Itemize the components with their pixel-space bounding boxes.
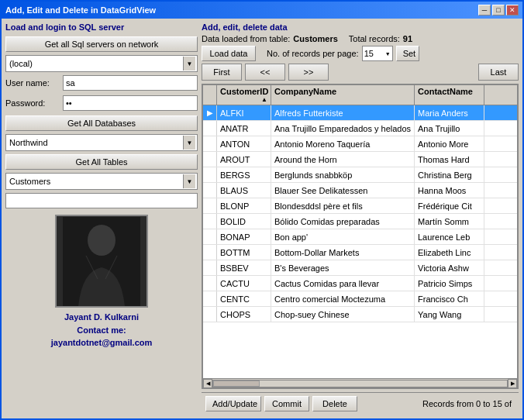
cell-companyname: Antonio Moreno Taquería [271, 136, 415, 151]
row-indicator [203, 152, 217, 167]
table-row[interactable]: BSBEVB's BeveragesVictoria Ashw [203, 260, 517, 276]
scrollbar-track[interactable] [212, 380, 508, 387]
table-combo[interactable]: Customers ▼ [5, 173, 198, 190]
right-panel: Add, edit, delete data Data loaded from … [202, 22, 519, 415]
row-indicator [203, 167, 217, 182]
cell-companyname: Ana Trujillo Emparedados y helados [271, 121, 415, 136]
row-indicator [203, 276, 217, 291]
cell-contactname: Victoria Ashw [415, 260, 484, 275]
password-row: Password: [5, 95, 198, 111]
get-all-databases-button[interactable]: Get All Databases [5, 115, 198, 131]
row-indicator [203, 198, 217, 213]
minimize-button[interactable]: ─ [478, 5, 491, 15]
maximize-button[interactable]: □ [492, 5, 505, 15]
title-buttons: ─ □ ✕ [478, 5, 519, 15]
records-per-page-combo[interactable]: 15 ▼ [362, 46, 393, 61]
table-combo-value: Customers [8, 177, 183, 186]
cell-customerid: BLAUS [217, 183, 271, 198]
cell-customerid: AROUT [217, 152, 271, 167]
close-button[interactable]: ✕ [506, 5, 519, 15]
main-window: Add, Edit and Delete in DataGridView ─ □… [0, 0, 524, 420]
scroll-right-button[interactable]: ▶ [508, 379, 517, 388]
col-header-contactname[interactable]: ContactName [415, 85, 484, 105]
cell-contactname: Hanna Moos [415, 183, 484, 198]
table-row[interactable]: BLAUSBlauer See DelikatessenHanna Moos [203, 183, 517, 198]
profile-silhouette-svg [63, 217, 140, 306]
table-row[interactable]: BLONPBlondesddsl père et filsFrédérique … [203, 198, 517, 214]
cell-companyname: Berglunds snabbköp [271, 167, 415, 182]
cell-companyname: Bólido Comidas preparadas [271, 214, 415, 229]
table-row[interactable]: CENTCCentro comercial MoctezumaFrancisco… [203, 291, 517, 307]
add-update-button[interactable]: Add/Update [205, 396, 261, 411]
data-info-row: Data loaded from table: Customers Total … [202, 34, 519, 43]
next-button[interactable]: >> [288, 64, 329, 81]
delete-button[interactable]: Delete [312, 396, 357, 411]
controls-row: Load data No. of records per page: 15 ▼ … [202, 46, 519, 61]
cell-customerid: BONAP [217, 229, 271, 244]
header-indicator [203, 85, 217, 105]
cell-contactname: Thomas Hard [415, 152, 484, 167]
cell-contactname: Elizabeth Linc [415, 245, 484, 260]
cell-companyname: Blondesddsl père et fils [271, 198, 415, 213]
row-indicator [203, 136, 217, 151]
cell-customerid: CACTU [217, 276, 271, 291]
total-records-value: 91 [403, 34, 412, 43]
table-row[interactable]: CACTUCactus Comidas para llevarPatricio … [203, 276, 517, 291]
cell-contactname: Yang Wang [415, 307, 484, 322]
scroll-left-button[interactable]: ◀ [203, 379, 212, 388]
username-input[interactable] [63, 75, 198, 91]
table-row[interactable]: BONAPBon app'Laurence Leb [203, 229, 517, 245]
server-combo-value: (local) [8, 59, 183, 68]
profile-info: Jayant D. Kulkarni Contact me: jayantdot… [51, 311, 153, 349]
table-row[interactable]: ANATRAna Trujillo Emparedados y heladosA… [203, 121, 517, 136]
set-button[interactable]: Set [396, 46, 419, 61]
cell-contactname: Martín Somm [415, 214, 484, 229]
scrollbar-thumb[interactable] [213, 380, 260, 387]
col-header-customerid[interactable]: CustomerID ▲ [217, 85, 271, 105]
prev-button[interactable]: << [245, 64, 285, 81]
table-row[interactable]: BERGSBerglunds snabbköpChristina Berg [203, 167, 517, 183]
server-combo-arrow: ▼ [183, 57, 195, 71]
left-panel: Load and login to SQL server Get all Sql… [5, 22, 198, 415]
content-area: Load and login to SQL server Get all Sql… [2, 19, 522, 418]
table-row[interactable]: BOTTMBottom-Dollar MarketsElizabeth Linc [203, 245, 517, 260]
commit-button[interactable]: Commit [264, 396, 309, 411]
cell-companyname: Cactus Comidas para llevar [271, 276, 415, 291]
cell-companyname: Around the Horn [271, 152, 415, 167]
row-indicator [203, 121, 217, 136]
cell-customerid: CHOPS [217, 307, 271, 322]
last-button[interactable]: Last [478, 64, 519, 81]
cell-contactname: Francisco Ch [415, 291, 484, 306]
password-input[interactable] [63, 95, 198, 111]
cell-customerid: BOLID [217, 214, 271, 229]
get-servers-button[interactable]: Get all Sql servers on network [5, 36, 198, 52]
cell-customerid: BLONP [217, 198, 271, 213]
database-combo[interactable]: Northwind ▼ [5, 134, 198, 151]
first-button[interactable]: First [202, 64, 242, 81]
cell-companyname: Alfreds Futterkiste [271, 105, 415, 120]
grid-body[interactable]: ▶ALFKIAlfreds FutterkisteMaria AndersANA… [203, 105, 517, 378]
table-row[interactable]: CHOPSChop-suey ChineseYang Wang [203, 307, 517, 322]
server-combo[interactable]: (local) ▼ [5, 55, 198, 72]
col-header-companyname[interactable]: CompanyName [271, 85, 415, 105]
cell-companyname: Blauer See Delikatessen [271, 183, 415, 198]
cell-companyname: Centro comercial Moctezuma [271, 291, 415, 306]
row-indicator [203, 245, 217, 260]
status-text: Records from 0 to 15 of [360, 399, 515, 408]
grid-scrollbar[interactable]: ◀ ▶ [203, 378, 517, 387]
load-data-button[interactable]: Load data [202, 46, 256, 61]
username-row: User name: [5, 75, 198, 91]
table-row[interactable]: ANTONAntonio Moreno TaqueríaAntonio More [203, 136, 517, 152]
profile-image [55, 215, 148, 308]
get-all-tables-button[interactable]: Get All Tables [5, 154, 198, 170]
grid-header: CustomerID ▲ CompanyName ContactName [203, 85, 517, 105]
profile-name: Jayant D. Kulkarni [51, 311, 153, 324]
table-row[interactable]: AROUTAround the HornThomas Hard [203, 152, 517, 167]
records-per-page-row: No. of records per page: 15 ▼ Set [267, 46, 419, 61]
table-row[interactable]: ▶ALFKIAlfreds FutterkisteMaria Anders [203, 105, 517, 121]
table-row[interactable]: BOLIDBólido Comidas preparadasMartín Som… [203, 214, 517, 229]
row-indicator [203, 183, 217, 198]
extra-textbox[interactable] [5, 193, 198, 208]
row-indicator: ▶ [203, 105, 217, 120]
window-title: Add, Edit and Delete in DataGridView [5, 5, 156, 15]
